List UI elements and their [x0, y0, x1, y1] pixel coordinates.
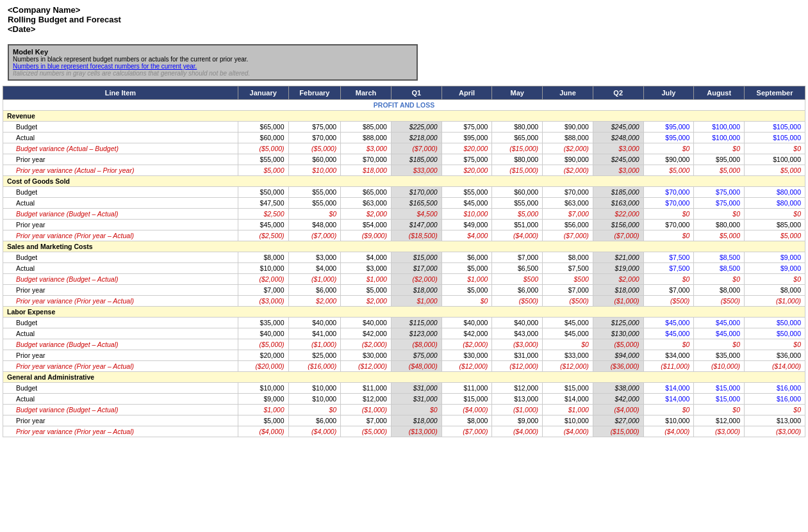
cell-value: $10,000	[288, 165, 341, 176]
cell-value: ($500)	[694, 296, 745, 307]
cell-value: ($500)	[643, 296, 694, 307]
report-title: Rolling Budget and Forecast	[8, 15, 800, 24]
cell-value: $5,000	[441, 263, 492, 274]
cell-value: ($2,000)	[238, 274, 288, 285]
cell-value: $45,000	[441, 198, 492, 209]
table-row: Prior year variance (Prior year – Actual…	[3, 426, 805, 437]
row-label: Actual	[3, 394, 238, 405]
cell-value: ($4,000)	[543, 426, 593, 437]
cell-value: $8,000	[543, 252, 593, 263]
cell-value: ($11,000)	[643, 361, 694, 372]
cell-value: $35,000	[694, 350, 745, 361]
cell-value: $11,000	[441, 383, 492, 394]
section-label: Cost of Goods Sold	[3, 176, 805, 187]
table-row: Budget$8,000$3,000$4,000$15,000$6,000$7,…	[3, 252, 805, 263]
table-row: Budget variance (Budget – Actual)($5,000…	[3, 339, 805, 350]
model-key-line2: Numbers in blue represent forecast numbe…	[13, 63, 413, 70]
cell-value: ($7,000)	[288, 230, 341, 241]
cell-value: $0	[643, 143, 694, 154]
table-row: Actual$60,000$70,000$88,000$218,000$95,0…	[3, 133, 805, 143]
cell-value: $88,000	[543, 133, 593, 143]
cell-value: ($2,500)	[238, 230, 288, 241]
cell-value: $8,500	[694, 263, 745, 274]
cell-value: $60,000	[288, 154, 341, 165]
cell-value: $13,000	[745, 415, 805, 426]
table-row: Actual$9,000$10,000$12,000$31,000$15,000…	[3, 394, 805, 405]
cell-value: $500	[543, 274, 593, 285]
cell-value: ($48,000)	[391, 361, 441, 372]
pnl-header: PROFIT AND LOSS	[3, 100, 805, 111]
budget-table: Line Item January February March Q1 Apri…	[3, 86, 805, 437]
table-row: Budget variance (Actual – Budget)($5,000…	[3, 143, 805, 154]
cell-value: $12,000	[492, 383, 543, 394]
cell-value: $130,000	[593, 328, 643, 339]
cell-value: $88,000	[341, 133, 392, 143]
cell-value: $50,000	[745, 328, 805, 339]
september-header: September	[745, 86, 805, 100]
cell-value: $9,000	[745, 252, 805, 263]
table-row: Budget variance (Budget – Actual)($2,000…	[3, 274, 805, 285]
cell-value: $45,000	[543, 318, 593, 328]
cell-value: $4,500	[391, 209, 441, 220]
july-header: July	[643, 86, 694, 100]
cell-value: $31,000	[492, 350, 543, 361]
row-label: Prior year variance (Prior year – Actual…	[3, 426, 238, 437]
cell-value: ($7,000)	[441, 426, 492, 437]
row-label: Prior year	[3, 350, 238, 361]
cell-value: $218,000	[391, 133, 441, 143]
cell-value: $20,000	[238, 350, 288, 361]
cell-value: $0	[643, 209, 694, 220]
cell-value: $0	[694, 405, 745, 415]
cell-value: $11,000	[341, 383, 392, 394]
cell-value: $94,000	[593, 350, 643, 361]
row-label: Budget	[3, 122, 238, 133]
cell-value: $125,000	[593, 318, 643, 328]
cell-value: ($12,000)	[492, 361, 543, 372]
cell-value: ($2,000)	[441, 339, 492, 350]
cell-value: $70,000	[341, 154, 392, 165]
cell-value: ($5,000)	[238, 143, 288, 154]
cell-value: ($2,000)	[341, 339, 392, 350]
row-label: Budget	[3, 187, 238, 198]
cell-value: $40,000	[238, 328, 288, 339]
cell-value: $42,000	[441, 328, 492, 339]
cell-value: $31,000	[391, 383, 441, 394]
cell-value: $40,000	[492, 318, 543, 328]
column-header-row: Line Item January February March Q1 Apri…	[3, 86, 805, 100]
cell-value: ($1,000)	[288, 339, 341, 350]
table-row: Prior year$45,000$48,000$54,000$147,000$…	[3, 220, 805, 230]
cell-value: ($7,000)	[391, 143, 441, 154]
cell-value: $100,000	[694, 133, 745, 143]
cell-value: $2,500	[238, 209, 288, 220]
cell-value: $10,000	[238, 263, 288, 274]
cell-value: $20,000	[441, 165, 492, 176]
cell-value: $0	[745, 143, 805, 154]
cell-value: $123,000	[391, 328, 441, 339]
cell-value: ($1,000)	[745, 296, 805, 307]
cell-value: $16,000	[745, 394, 805, 405]
row-label: Budget variance (Budget – Actual)	[3, 339, 238, 350]
cell-value: $0	[694, 209, 745, 220]
table-row: Budget$10,000$10,000$11,000$31,000$11,00…	[3, 383, 805, 394]
cell-value: $15,000	[694, 383, 745, 394]
section-label: Labor Expense	[3, 307, 805, 318]
cell-value: $6,500	[492, 263, 543, 274]
cell-value: $6,000	[441, 252, 492, 263]
cell-value: $15,000	[441, 394, 492, 405]
cell-value: ($13,000)	[391, 426, 441, 437]
cell-value: $63,000	[341, 198, 392, 209]
cell-value: $1,000	[238, 405, 288, 415]
cell-value: $7,000	[341, 415, 392, 426]
cell-value: $56,000	[543, 220, 593, 230]
cell-value: $8,500	[694, 252, 745, 263]
cell-value: $7,000	[543, 209, 593, 220]
cell-value: $0	[745, 274, 805, 285]
cell-value: $45,000	[543, 328, 593, 339]
cell-value: $60,000	[238, 133, 288, 143]
cell-value: $5,000	[694, 230, 745, 241]
cell-value: ($2,000)	[391, 274, 441, 285]
cell-value: $14,000	[643, 394, 694, 405]
cell-value: $165,500	[391, 198, 441, 209]
cell-value: $170,000	[391, 187, 441, 198]
cell-value: $95,000	[643, 133, 694, 143]
